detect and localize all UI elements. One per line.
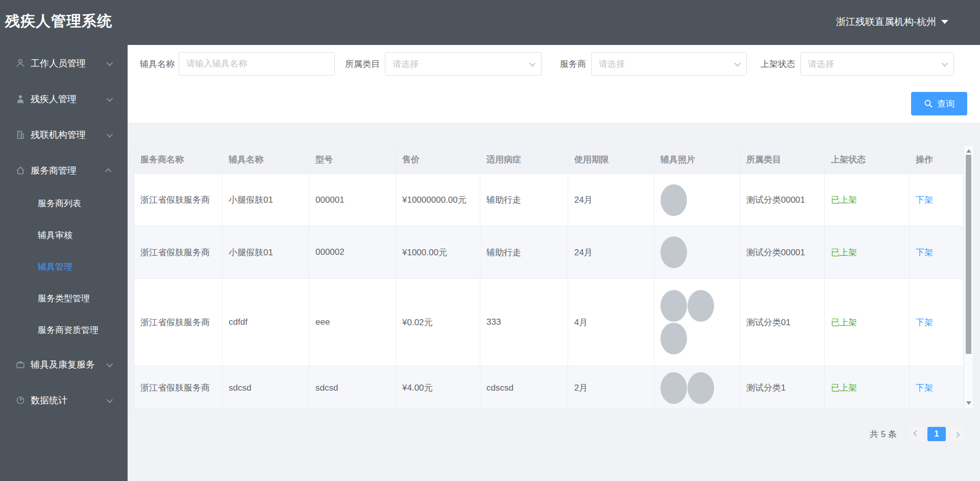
page-1-button[interactable]: 1 [927, 427, 946, 441]
sidebar-item-0[interactable]: 工作人员管理 [15, 51, 128, 76]
sidebar-subitem-3-2[interactable]: 辅具管理 [38, 255, 128, 278]
cell-category: 测试分类01 [740, 279, 825, 366]
table-scrollbar[interactable] [964, 146, 973, 408]
user-outline-icon [15, 58, 26, 68]
sidebar-item-5[interactable]: 数据统计 [15, 388, 128, 413]
sidebar-subitem-3-4[interactable]: 服务商资质管理 [38, 319, 128, 341]
chevron-down-icon [734, 60, 741, 66]
take-down-link[interactable]: 下架 [916, 194, 933, 206]
cell-action: 下架 [910, 366, 964, 409]
provider-select-placeholder: 请选择 [599, 58, 625, 70]
filter-label-status: 上架状态 [761, 58, 795, 70]
take-down-link[interactable]: 下架 [916, 382, 933, 394]
cell-provider: 浙江省假肢服务商 [134, 226, 223, 279]
filter-label-provider: 服务商 [560, 58, 586, 70]
status-select[interactable]: 请选择 [800, 52, 954, 76]
caret-down-icon [941, 20, 948, 24]
sidebar-subitem-label: 辅具管理 [38, 261, 72, 273]
chevron-down-icon [107, 396, 113, 403]
cell-category: 测试分类1 [740, 366, 825, 409]
search-icon [924, 99, 933, 108]
chevron-down-icon [107, 131, 113, 137]
sidebar-item-label: 残疾人管理 [31, 93, 77, 105]
cell-name: cdfdf [223, 279, 309, 366]
chevron-right-icon [954, 432, 960, 438]
cell-status: 已上架 [825, 174, 910, 226]
cell-provider: 浙江省假肢服务商 [134, 366, 223, 409]
scroll-down-arrow-icon[interactable] [966, 401, 971, 405]
sidebar-item-1[interactable]: 残疾人管理 [15, 87, 128, 111]
building-icon [15, 130, 26, 140]
sidebar-item-3[interactable]: 服务商管理 [15, 158, 128, 183]
cell-photos [654, 366, 740, 409]
cell-category: 测试分类00001 [740, 174, 825, 226]
photo-group [660, 372, 718, 404]
cell-provider: 浙江省假肢服务商 [134, 279, 223, 366]
sidebar-subitem-label: 服务商资质管理 [38, 324, 99, 336]
column-header-3: 售价 [396, 146, 480, 174]
prev-page-button[interactable] [909, 427, 923, 441]
pagination-total: 共 5 条 [870, 428, 897, 440]
sidebar-subitem-3-3[interactable]: 服务类型管理 [38, 287, 128, 309]
sidebar-subitem-label: 服务商列表 [38, 198, 81, 209]
scroll-up-arrow-icon[interactable] [966, 149, 971, 153]
sidebar-subitem-3-0[interactable]: 服务商列表 [38, 192, 128, 214]
org-switcher-label: 浙江残联直属机构-杭州 [836, 15, 936, 29]
chevron-up-icon [105, 168, 112, 175]
cell-photos [654, 226, 740, 279]
device-photo-thumbnail [660, 290, 687, 322]
cell-disease: 辅助行走 [480, 174, 568, 226]
device-table-card: 服务商名称辅具名称型号售价适用病症使用期限辅具照片所属类目上架状态操作浙江省假肢… [134, 145, 973, 409]
column-header-6: 辅具照片 [654, 146, 740, 174]
cell-status: 已上架 [825, 226, 910, 279]
cell-price: ¥4.00元 [396, 366, 480, 409]
take-down-link[interactable]: 下架 [916, 247, 933, 258]
chevron-down-icon [107, 59, 113, 66]
cell-period: 4月 [568, 279, 654, 366]
chevron-down-icon [529, 60, 536, 66]
cell-disease: 辅助行走 [480, 226, 568, 279]
column-header-1: 辅具名称 [223, 146, 309, 174]
chevron-down-icon [107, 360, 113, 367]
cell-action: 下架 [910, 279, 964, 366]
device-photo-thumbnail [660, 236, 687, 268]
sidebar-subitem-label: 辅具审核 [38, 229, 72, 241]
take-down-link[interactable]: 下架 [916, 317, 933, 328]
column-header-5: 使用期限 [568, 146, 654, 174]
sidebar-item-4[interactable]: 辅具及康复服务 [15, 352, 128, 377]
briefcase-icon [15, 359, 26, 370]
cell-name: 小腿假肢01 [223, 226, 309, 279]
cell-photos [654, 174, 740, 226]
device-name-input[interactable] [179, 52, 335, 76]
cell-period: 24月 [568, 174, 654, 226]
chevron-down-icon [107, 95, 113, 102]
column-header-0: 服务商名称 [134, 146, 223, 174]
cell-provider: 浙江省假肢服务商 [134, 174, 223, 226]
sidebar-item-label: 服务商管理 [31, 164, 77, 177]
org-switcher-dropdown[interactable]: 浙江残联直属机构-杭州 [836, 14, 948, 30]
provider-select[interactable]: 请选择 [591, 52, 747, 76]
column-header-2: 型号 [309, 146, 396, 174]
user-solid-icon [15, 94, 26, 104]
app-title: 残疾人管理系统 [5, 11, 112, 32]
search-button[interactable]: 查询 [911, 92, 967, 115]
sidebar-subitem-3-1[interactable]: 辅具审核 [38, 224, 128, 246]
category-select[interactable]: 请选择 [385, 52, 542, 76]
filter-label-device-name: 辅具名称 [140, 58, 175, 70]
next-page-button[interactable] [950, 427, 964, 441]
column-header-8: 上架状态 [825, 146, 910, 174]
pie-chart-icon [15, 395, 26, 405]
photo-group [660, 184, 718, 217]
cell-period: 24月 [568, 226, 654, 279]
photo-group [660, 236, 718, 269]
filter-label-category: 所属类目 [345, 58, 380, 70]
home-icon [15, 165, 26, 176]
cell-disease: 333 [480, 279, 568, 366]
cell-period: 2月 [568, 366, 654, 409]
scrollbar-thumb[interactable] [966, 155, 971, 354]
cell-price: ¥10000000.00元 [396, 174, 480, 226]
cell-status: 已上架 [825, 366, 910, 409]
cell-status: 已上架 [825, 279, 910, 366]
cell-price: ¥0.02元 [396, 279, 480, 366]
sidebar-item-2[interactable]: 残联机构管理 [15, 123, 128, 147]
